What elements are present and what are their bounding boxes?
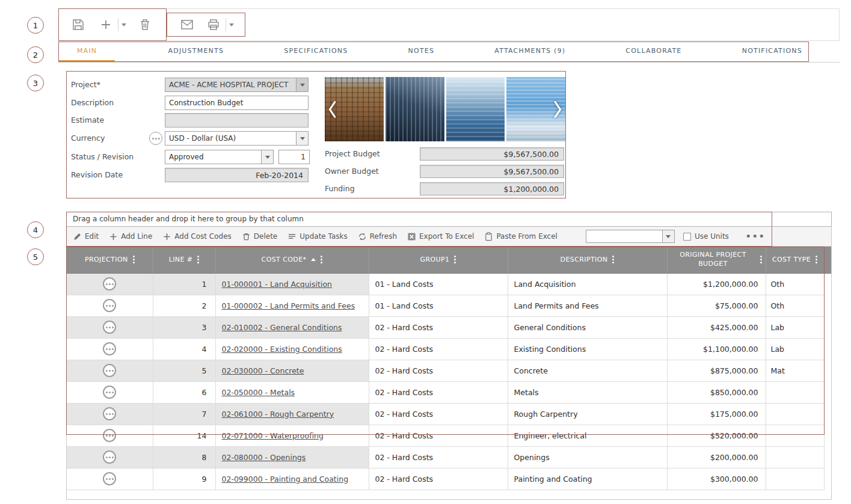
project-photo	[386, 77, 444, 141]
row-actions-button[interactable]	[103, 429, 116, 442]
delete-line-button[interactable]: Delete	[242, 232, 277, 241]
tab-notes[interactable]: NOTES	[401, 41, 442, 62]
row-actions-button[interactable]	[103, 277, 116, 290]
row-actions-button[interactable]	[103, 386, 116, 399]
project-label: Project*	[71, 78, 100, 92]
cost-type-cell	[766, 425, 824, 446]
scrollbar-track[interactable]	[824, 381, 831, 403]
chevron-down-icon[interactable]	[261, 150, 273, 164]
tab-main[interactable]: MAIN	[59, 41, 115, 62]
tab-specifications[interactable]: SPECIFICATIONS	[277, 41, 355, 62]
budget-cell: $850,000.00	[667, 381, 766, 403]
edit-button[interactable]: Edit	[73, 232, 99, 241]
tab-attachments[interactable]: ATTACHMENTS (9)	[487, 41, 573, 62]
row-actions-button[interactable]	[103, 364, 116, 377]
carousel-next-button[interactable]	[551, 98, 564, 121]
description-cell: Engineer, electrical	[508, 425, 667, 446]
cost-code-link[interactable]: 02-061000 - Rough Carpentry	[222, 410, 334, 419]
column-menu-icon[interactable]	[197, 256, 199, 263]
currency-options-button[interactable]	[149, 132, 162, 145]
chevron-down-icon[interactable]	[296, 78, 308, 91]
col-header-projection[interactable]: PROJECTION	[67, 247, 153, 273]
email-icon	[180, 17, 194, 32]
cost-code-link[interactable]: 02-010002 - General Conditions	[222, 323, 342, 332]
col-header-cost-type[interactable]: COST TYPE	[766, 247, 824, 273]
scrollbar-track[interactable]	[824, 468, 831, 490]
row-actions-button[interactable]	[103, 407, 116, 420]
tab-adjustments[interactable]: ADJUSTMENTS	[161, 41, 232, 62]
table-row: 5 02-030000 - Concrete 02 - Hard Costs C…	[67, 360, 831, 381]
use-units-checkbox[interactable]: Use Units	[683, 232, 729, 241]
chevron-down-icon[interactable]	[296, 132, 308, 145]
add-dropdown-button[interactable]	[118, 13, 129, 37]
col-header-group1[interactable]: GROUP1	[369, 247, 508, 273]
revision-date-field: Feb-20-2014	[165, 168, 309, 182]
scrollbar-track[interactable]	[824, 338, 831, 360]
field-currency: Currency USD - Dollar (USA)	[71, 131, 324, 146]
cost-code-link[interactable]: 02-099000 - Painting and Coating	[222, 475, 349, 484]
col-header-line[interactable]: LINE #	[153, 247, 215, 273]
table-row: 7 02-061000 - Rough Carpentry 02 - Hard …	[67, 403, 831, 425]
budget-cell: $520,000.00	[667, 425, 766, 446]
save-button[interactable]	[66, 13, 90, 37]
print-dropdown-button[interactable]	[226, 13, 237, 37]
group-by-dropzone[interactable]: Drag a column header and drop it here to…	[66, 212, 832, 227]
cost-code-link[interactable]: 01-000002 - Land Permits and Fees	[222, 301, 355, 310]
col-header-cost-code[interactable]: COST CODE*	[215, 247, 369, 273]
paste-excel-button[interactable]: Paste From Excel	[484, 232, 558, 241]
email-button[interactable]	[175, 13, 199, 37]
more-options-button[interactable]: •••	[746, 232, 766, 241]
row-actions-button[interactable]	[103, 342, 116, 355]
row-actions-button[interactable]	[103, 450, 116, 464]
column-menu-icon[interactable]	[321, 256, 322, 263]
currency-select[interactable]: USD - Dollar (USA)	[165, 131, 309, 146]
cost-type-cell	[766, 403, 824, 425]
add-line-button[interactable]: Add Line	[109, 232, 152, 241]
carousel-prev-button[interactable]	[326, 98, 339, 121]
revision-input[interactable]	[278, 150, 310, 164]
col-header-description[interactable]: DESCRIPTION	[508, 247, 667, 273]
cost-code-link[interactable]: 01-000001 - Land Acquisition	[222, 280, 333, 289]
group-cell: 01 - Land Costs	[369, 295, 508, 316]
column-menu-icon[interactable]	[454, 256, 456, 263]
project-select[interactable]: ACME - ACME HOSPITAL PROJECT	[165, 78, 309, 92]
print-button[interactable]	[201, 13, 226, 37]
add-cost-codes-button[interactable]: Add Cost Codes	[162, 232, 232, 241]
column-menu-icon[interactable]	[612, 256, 614, 263]
cost-code-link[interactable]: 02-080000 - Openings	[222, 453, 306, 462]
funding-row: Funding $1,200,000.00	[325, 182, 565, 195]
column-menu-icon[interactable]	[760, 256, 762, 263]
status-select[interactable]: Approved	[165, 150, 274, 164]
row-actions-button[interactable]	[103, 472, 116, 485]
scrollbar-track[interactable]	[824, 360, 831, 381]
tab-notifications[interactable]: NOTIFICATIONS	[735, 41, 810, 62]
description-input[interactable]	[165, 96, 309, 110]
cost-code-link[interactable]: 02-071000 - Waterproofing	[222, 431, 324, 440]
column-menu-icon[interactable]	[816, 256, 817, 263]
row-actions-button[interactable]	[103, 299, 116, 312]
refresh-button[interactable]: Refresh	[358, 232, 397, 241]
tab-collaborate[interactable]: COLLABORATE	[618, 41, 689, 62]
grid-view-select[interactable]	[586, 230, 675, 243]
cost-code-link[interactable]: 02-030000 - Concrete	[222, 366, 304, 375]
row-actions-button[interactable]	[103, 321, 116, 334]
delete-button[interactable]	[133, 13, 157, 37]
description-cell: Metals	[508, 381, 667, 403]
add-button[interactable]	[94, 13, 118, 37]
scrollbar-track[interactable]	[824, 273, 831, 295]
cost-code-link[interactable]: 02-020000 - Existing Conditions	[222, 345, 342, 354]
scrollbar-track[interactable]	[824, 425, 831, 446]
scrollbar-track[interactable]	[824, 403, 831, 425]
col-header-original-budget[interactable]: ORIGINAL PROJECT BUDGET	[667, 247, 766, 273]
group-cell: 02 - Hard Costs	[369, 360, 508, 381]
chevron-down-icon	[229, 23, 234, 26]
cost-code-link[interactable]: 02-050000 - Metals	[222, 388, 295, 397]
scrollbar-track[interactable]	[824, 446, 831, 468]
ellipsis-icon	[106, 348, 114, 350]
scrollbar-track[interactable]	[824, 316, 831, 338]
export-excel-button[interactable]: Export To Excel	[407, 232, 474, 241]
chevron-down-icon[interactable]	[662, 230, 674, 242]
update-tasks-button[interactable]: Update Tasks	[287, 232, 347, 241]
column-menu-icon[interactable]	[133, 256, 135, 263]
scrollbar-track[interactable]	[824, 295, 831, 316]
